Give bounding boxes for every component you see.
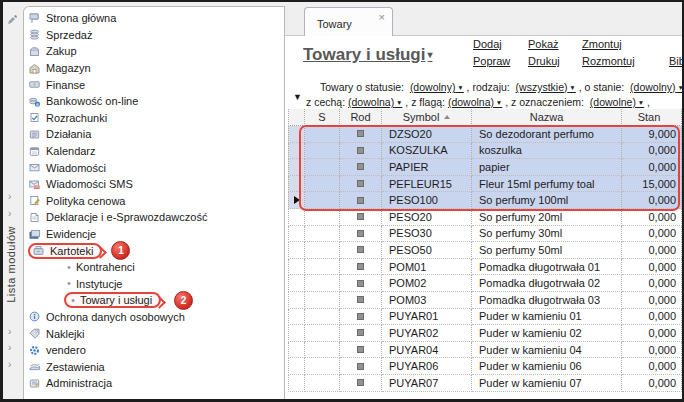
cell-nazwa[interactable]: Pomadka długotrwała 02	[472, 275, 622, 292]
sidebar-item-deklaracje[interactable]: Deklaracje i e-Sprawozdawczość	[24, 209, 284, 226]
cell-nazwa[interactable]: So perfumy 20ml	[472, 209, 622, 226]
sidebar-item-strona-glowna[interactable]: Strona główna	[24, 10, 284, 27]
pin-icon[interactable]	[6, 12, 20, 26]
cell-nazwa[interactable]: Fleur 15ml perfumy toal	[472, 176, 622, 193]
header-nazwa[interactable]: Nazwa	[472, 109, 622, 126]
header-s[interactable]: S	[305, 109, 340, 126]
cell-s[interactable]	[305, 143, 340, 160]
table-row[interactable]: DZSO20 So dezodorant perfumo 9,000	[288, 126, 682, 143]
cell-stan[interactable]: 0,000	[622, 242, 682, 259]
sidebar-item-administracja[interactable]: Administracja	[24, 375, 284, 392]
sidebar-item-sprzedaz[interactable]: Sprzedaż	[24, 27, 284, 44]
cell-symbol[interactable]: POM02	[382, 275, 472, 292]
table-row[interactable]: PAPIER papier 0,000	[288, 159, 682, 176]
cell-nazwa[interactable]: So perfumy 100ml	[472, 192, 622, 209]
cell-rod[interactable]	[340, 358, 382, 375]
cell-rod[interactable]	[340, 192, 382, 209]
header-symbol[interactable]: Symbol	[382, 109, 472, 126]
cell-s[interactable]	[305, 192, 340, 209]
chevron-right-icon[interactable]: ›	[8, 340, 20, 356]
cell-rod[interactable]	[340, 159, 382, 176]
cell-rod[interactable]	[340, 375, 382, 392]
cell-nazwa[interactable]: So perfumy 50ml	[472, 242, 622, 259]
cell-rod[interactable]	[340, 209, 382, 226]
sidebar-item-bankowosc-on-line[interactable]: e Bankowość on-line	[24, 93, 284, 110]
cell-symbol[interactable]: PESO20	[382, 209, 472, 226]
cell-stan[interactable]: 0,000	[622, 358, 682, 375]
action-rozmontuj[interactable]: Rozmontuj	[582, 55, 635, 67]
cell-stan[interactable]: 0,000	[622, 325, 682, 342]
filter-rodzaj-dropdown[interactable]: (wszystkie)	[516, 81, 576, 93]
filter-collapse-icon[interactable]: ▼	[293, 92, 302, 102]
cell-rod[interactable]	[340, 143, 382, 160]
table-row[interactable]: PUYAR04 Puder w kamieniu 04 0,000	[288, 342, 682, 359]
cell-symbol[interactable]: DZSO20	[382, 126, 472, 143]
cell-s[interactable]	[305, 292, 340, 309]
table-row-current[interactable]: PESO100 So perfumy 100ml 0,000	[288, 192, 682, 209]
action-biblioteka[interactable]: Biblioteka	[669, 55, 682, 67]
cell-s[interactable]	[305, 358, 340, 375]
action-dodaj[interactable]: Dodaj	[473, 38, 502, 50]
cell-stan[interactable]: 0,000	[622, 226, 682, 243]
cell-s[interactable]	[305, 159, 340, 176]
cell-symbol[interactable]: PUYAR04	[382, 342, 472, 359]
cell-nazwa[interactable]: papier	[472, 159, 622, 176]
cell-nazwa[interactable]: koszulka	[472, 143, 622, 160]
cell-s[interactable]	[305, 275, 340, 292]
cell-symbol[interactable]: KOSZULKA	[382, 143, 472, 160]
sidebar-item-finanse[interactable]: Finanse	[24, 76, 284, 93]
cell-rod[interactable]	[340, 325, 382, 342]
cell-rod[interactable]	[340, 176, 382, 193]
cell-stan[interactable]: 0,000	[622, 275, 682, 292]
page-title-menu[interactable]: Towary i usługi	[303, 45, 433, 65]
close-icon[interactable]: ×	[379, 11, 385, 23]
table-row[interactable]: PESO50 So perfumy 50ml 0,000	[288, 242, 682, 259]
cell-stan[interactable]: 15,000	[622, 176, 682, 193]
header-stan[interactable]: Stan	[622, 109, 682, 126]
table-row[interactable]: PUYAR01 Puder w kamieniu 01 0,000	[288, 309, 682, 326]
header-rod[interactable]: Rod	[340, 109, 382, 126]
cell-nazwa[interactable]: Pomadka długotrwała 03	[472, 292, 622, 309]
cell-rod[interactable]	[340, 242, 382, 259]
table-row[interactable]: PEFLEUR15 Fleur 15ml perfumy toal 15,000	[288, 176, 682, 193]
cell-stan[interactable]: 9,000	[622, 126, 682, 143]
cell-nazwa[interactable]: Puder w kamieniu 02	[472, 325, 622, 342]
cell-s[interactable]	[305, 309, 340, 326]
cell-stan[interactable]: 0,000	[622, 292, 682, 309]
sidebar-item-magazyn[interactable]: Magazyn	[24, 60, 284, 77]
sidebar-item-polityka-cenowa[interactable]: Polityka cenowa	[24, 193, 284, 210]
sidebar-item-wiadomosci[interactable]: Wiadomości	[24, 159, 284, 176]
sidebar-item-ewidencje[interactable]: Ewidencje	[24, 226, 284, 243]
cell-nazwa[interactable]: Pomadka długotrwała 01	[472, 259, 622, 276]
cell-s[interactable]	[305, 126, 340, 143]
cell-s[interactable]	[305, 209, 340, 226]
cell-symbol[interactable]: PUYAR01	[382, 309, 472, 326]
filter-stan-dropdown[interactable]: (dowolny)	[630, 81, 682, 93]
sidebar-item-rozrachunki[interactable]: Rozrachunki	[24, 110, 284, 127]
table-row[interactable]: PUYAR02 Puder w kamieniu 02 0,000	[288, 325, 682, 342]
sidebar-item-zakup[interactable]: Zakup	[24, 43, 284, 60]
cell-s[interactable]	[305, 226, 340, 243]
cell-nazwa[interactable]: Puder w kamieniu 07	[472, 375, 622, 392]
tab-towary[interactable]: Towary ×	[304, 7, 393, 36]
cell-symbol[interactable]: POM03	[382, 292, 472, 309]
cell-symbol[interactable]: PUYAR02	[382, 325, 472, 342]
cell-stan[interactable]: 0,000	[622, 309, 682, 326]
cell-s[interactable]	[305, 375, 340, 392]
table-row[interactable]: PESO20 So perfumy 20ml 0,000	[288, 209, 682, 226]
action-popraw[interactable]: Popraw	[473, 55, 510, 67]
filter-status-dropdown[interactable]: (dowolny)	[410, 81, 464, 93]
cell-symbol[interactable]: PUYAR06	[382, 358, 472, 375]
sidebar-item-kartoteki[interactable]: Kartoteki 1	[24, 242, 284, 259]
cell-nazwa[interactable]: So dezodorant perfumo	[472, 126, 622, 143]
cell-rod[interactable]	[340, 126, 382, 143]
sidebar-item-dzialania[interactable]: Działania	[24, 126, 284, 143]
cell-rod[interactable]	[340, 292, 382, 309]
cell-nazwa[interactable]: So perfumy 30ml	[472, 226, 622, 243]
filter-flaga-dropdown[interactable]: (dowolna)	[448, 96, 502, 108]
cell-s[interactable]	[305, 242, 340, 259]
sidebar-item-kalendarz[interactable]: Kalendarz	[24, 143, 284, 160]
cell-rod[interactable]	[340, 259, 382, 276]
chevron-right-icon[interactable]: ›	[8, 189, 20, 205]
cell-stan[interactable]: 0,000	[622, 259, 682, 276]
